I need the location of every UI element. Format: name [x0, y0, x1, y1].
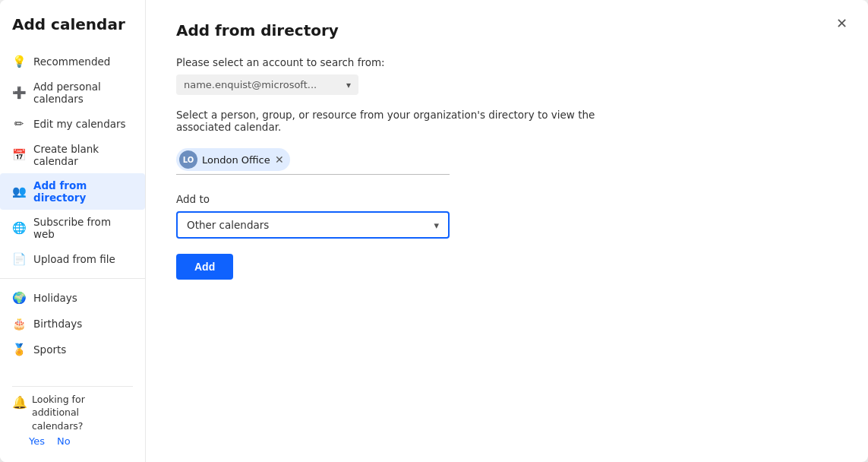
close-button[interactable]: ✕	[830, 12, 853, 35]
edit-icon: ✏️	[12, 117, 26, 131]
add-personal-icon: ➕	[12, 86, 26, 100]
sidebar-item-edit-my[interactable]: ✏️ Edit my calendars	[0, 111, 145, 137]
page-title: Add from directory	[176, 21, 838, 40]
sidebar-item-label: Recommended	[33, 55, 110, 68]
sidebar-item-add-personal[interactable]: ➕ Add personal calendars	[0, 74, 145, 111]
file-icon: 📄	[12, 252, 26, 266]
sidebar-item-label: Add from directory	[33, 179, 133, 204]
sidebar-item-label: Sports	[33, 343, 66, 356]
chevron-down-icon: ▾	[346, 80, 351, 90]
account-email: name.enquist@microsoft...	[184, 79, 342, 90]
recommended-icon: 💡	[12, 55, 26, 68]
chevron-down-icon: ▾	[434, 220, 439, 231]
sidebar-item-create-blank[interactable]: 📅 Create blank calendar	[0, 137, 145, 173]
sidebar-item-recommended[interactable]: 💡 Recommended	[0, 49, 145, 74]
sidebar-divider-bottom	[12, 386, 133, 387]
sidebar-divider	[0, 278, 145, 279]
sidebar-item-holidays[interactable]: 🌍 Holidays	[0, 285, 145, 311]
sidebar-item-sports[interactable]: 🏅 Sports	[0, 337, 145, 362]
looking-icon: 🔔	[12, 394, 27, 411]
sidebar-item-label: Upload from file	[33, 253, 115, 265]
calendar-icon: 📅	[12, 148, 26, 162]
sidebar: Add calendar 💡 Recommended ➕ Add persona…	[0, 0, 146, 462]
sidebar-item-label: Subscribe from web	[33, 216, 133, 240]
sidebar-item-label: Add personal calendars	[33, 81, 133, 105]
sidebar-item-add-directory[interactable]: 👥 Add from directory	[0, 173, 145, 210]
looking-links: Yes No	[12, 435, 133, 447]
sports-icon: 🏅	[12, 343, 26, 356]
tag-remove-button[interactable]: ✕	[275, 154, 284, 165]
account-label: Please select an account to search from:	[176, 56, 838, 68]
sidebar-item-label: Holidays	[33, 292, 77, 304]
sidebar-title: Add calendar	[0, 15, 145, 49]
tag-avatar: LO	[179, 150, 197, 169]
looking-for-text: 🔔 Looking for additional calendars?	[12, 393, 133, 433]
sidebar-item-label: Birthdays	[33, 318, 82, 330]
holidays-icon: 🌍	[12, 291, 26, 305]
sidebar-item-label: Create blank calendar	[33, 143, 133, 167]
selected-tag: LO London Office ✕	[176, 148, 290, 171]
globe-icon: 🌐	[12, 221, 26, 235]
main-content: ✕ Add from directory Please select an ac…	[146, 0, 868, 462]
search-field[interactable]: LO London Office ✕	[176, 148, 450, 175]
add-button[interactable]: Add	[176, 254, 233, 280]
sidebar-bottom: 🔔 Looking for additional calendars? Yes …	[0, 374, 145, 448]
yes-link[interactable]: Yes	[29, 435, 45, 447]
dialog: Add calendar 💡 Recommended ➕ Add persona…	[0, 0, 868, 462]
no-link[interactable]: No	[57, 435, 71, 447]
directory-icon: 👥	[12, 185, 26, 198]
description-text: Select a person, group, or resource from…	[176, 109, 617, 133]
sidebar-item-upload-file[interactable]: 📄 Upload from file	[0, 246, 145, 272]
sidebar-item-birthdays[interactable]: 🎂 Birthdays	[0, 311, 145, 337]
add-to-label: Add to	[176, 193, 838, 205]
add-to-select[interactable]: Other calendars ▾	[176, 211, 450, 239]
birthdays-icon: 🎂	[12, 317, 26, 331]
tag-label: London Office	[202, 154, 270, 166]
sidebar-item-label: Edit my calendars	[33, 118, 126, 130]
add-to-value: Other calendars	[187, 219, 434, 231]
account-dropdown[interactable]: name.enquist@microsoft... ▾	[176, 74, 358, 95]
sidebar-item-subscribe-web[interactable]: 🌐 Subscribe from web	[0, 210, 145, 246]
